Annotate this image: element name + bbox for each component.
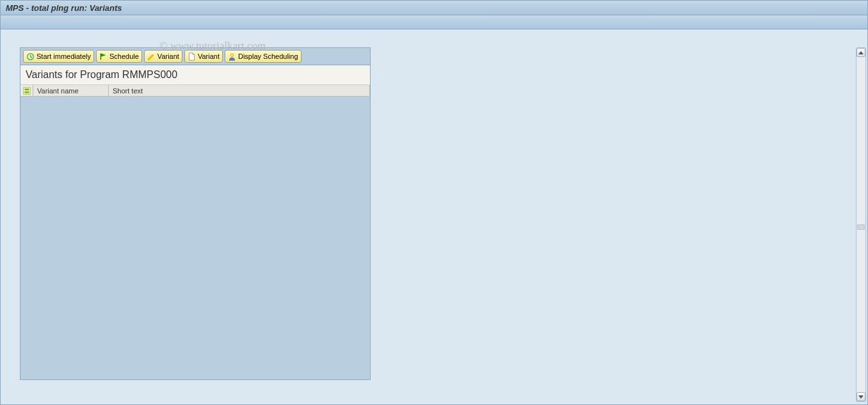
scroll-down-button[interactable] <box>856 392 865 401</box>
chevron-down-icon <box>858 395 864 399</box>
schedule-label: Schedule <box>109 52 139 60</box>
vertical-scrollbar[interactable] <box>856 47 866 402</box>
pencil-icon <box>147 52 156 61</box>
panel-title: Variants for Program RMMPS000 <box>20 65 370 85</box>
toolbar: Start immediately Schedule Variant Varia… <box>20 48 370 65</box>
variant-new-label: Variant <box>198 52 220 60</box>
variant-new-button[interactable]: Variant <box>184 50 223 63</box>
clock-icon <box>26 52 35 61</box>
display-scheduling-button[interactable]: Display Scheduling <box>225 50 301 63</box>
table-header: Variant name Short text <box>20 85 370 97</box>
document-icon <box>188 52 196 61</box>
variant-edit-button[interactable]: Variant <box>144 50 182 63</box>
start-immediately-label: Start immediately <box>36 52 91 60</box>
chevron-up-icon <box>858 51 864 54</box>
display-scheduling-label: Display Scheduling <box>238 52 298 60</box>
scroll-track[interactable] <box>857 58 865 391</box>
svg-point-1 <box>230 53 234 56</box>
schedule-button[interactable]: Schedule <box>96 50 142 63</box>
scroll-nub[interactable] <box>857 225 865 230</box>
flag-icon <box>99 52 108 61</box>
row-selector-header[interactable] <box>20 85 33 96</box>
svg-rect-4 <box>24 91 29 93</box>
variant-edit-label: Variant <box>157 52 179 60</box>
start-immediately-button[interactable]: Start immediately <box>23 50 94 63</box>
column-variant-name[interactable]: Variant name <box>33 85 109 96</box>
scroll-up-button[interactable] <box>856 48 865 57</box>
menu-bar <box>0 15 868 29</box>
window-title: MPS - total plng run: Variants <box>6 3 122 13</box>
user-icon <box>228 52 236 61</box>
content-wrapper: © www.tutorialkart.com Start immediately… <box>0 29 868 405</box>
svg-rect-2 <box>23 87 30 94</box>
svg-rect-3 <box>24 88 29 90</box>
inner-panel: Start immediately Schedule Variant Varia… <box>20 47 371 380</box>
column-short-text[interactable]: Short text <box>109 85 370 96</box>
window-title-bar: MPS - total plng run: Variants <box>0 0 868 15</box>
